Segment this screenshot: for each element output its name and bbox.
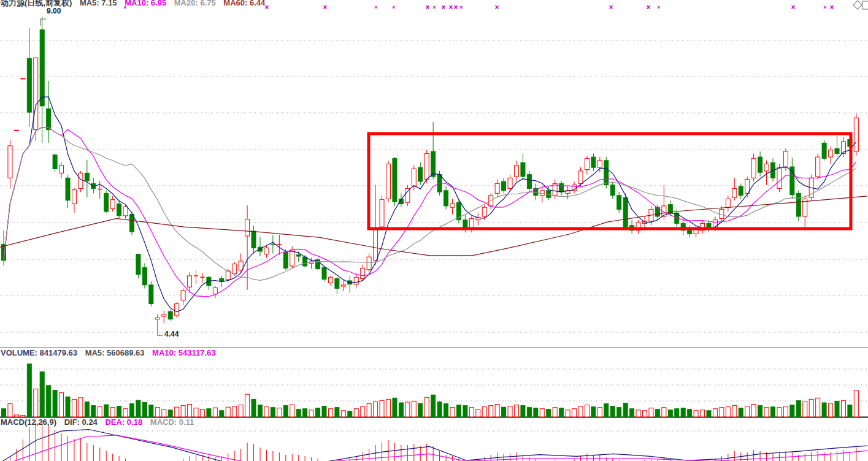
volume-bar: [220, 411, 224, 417]
marker-x-icon: ×: [646, 3, 650, 12]
volume-bar: [617, 408, 621, 417]
volume-bar: [8, 404, 12, 417]
candle-body: [245, 219, 250, 236]
volume-bar: [168, 410, 172, 417]
volume-bar: [437, 402, 442, 417]
volume-bar: [40, 371, 44, 417]
candle-body: [264, 248, 269, 254]
candle-body: [527, 175, 531, 189]
volume-bar: [822, 403, 826, 417]
candle-body: [450, 204, 455, 207]
volume-bar: [252, 399, 256, 417]
candle-body: [380, 200, 384, 227]
volume-bar: [636, 410, 640, 417]
candle-body: [130, 215, 134, 232]
candle-body: [232, 264, 237, 274]
volume-bar: [835, 401, 839, 417]
volume-bar: [764, 408, 769, 417]
stock-chart-app: ×××××××××××××××××× 动力源(日线,前复权) MA5: 7.15…: [0, 0, 868, 461]
volume-bar: [630, 409, 634, 417]
volume-bar: [136, 400, 140, 417]
candle-body: [393, 158, 397, 202]
candle-body: [610, 185, 615, 196]
volume-bar: [816, 398, 820, 417]
marker-x-icon: ×: [453, 3, 458, 12]
volume-bar: [380, 400, 384, 417]
macd-header: MACD(12,26,9) DIF: 0.24 DEA: 0.18 MACD: …: [1, 417, 199, 427]
volume-bar: [739, 408, 743, 417]
volume-bar: [713, 409, 717, 417]
candle-body: [155, 318, 159, 319]
candle-body: [104, 193, 109, 211]
volume-bar: [258, 405, 263, 417]
volume-bar: [534, 408, 538, 417]
volume-bar: [771, 407, 775, 417]
candle-body: [361, 268, 365, 278]
volume-bar: [668, 410, 672, 417]
candle-body: [835, 148, 839, 153]
volume-header: VOLUME: 841479.63 MA5: 560689.63 MA10: 5…: [1, 348, 221, 357]
volume-bar: [123, 409, 128, 417]
volume-bar: [643, 411, 647, 417]
volume-bar: [188, 405, 192, 417]
volume-bar: [393, 398, 397, 417]
window-box-icon: [862, 1, 868, 9]
volume-bar: [412, 401, 416, 417]
volume-bar: [296, 410, 301, 417]
volume-bar: [322, 406, 326, 417]
marker-x-icon: ×: [609, 3, 613, 12]
volume-bar: [361, 406, 365, 417]
candle-body: [796, 193, 801, 216]
candle-body: [328, 277, 332, 283]
candle-body: [149, 285, 153, 304]
candle-body: [604, 161, 609, 185]
candle-body: [175, 304, 179, 316]
volume-bar: [444, 404, 448, 417]
volume-bar: [47, 386, 51, 417]
main-chart-panel[interactable]: [0, 17, 868, 336]
volume-bar: [367, 404, 371, 417]
volume-bar: [745, 406, 750, 417]
candle-body: [822, 143, 826, 158]
macd-panel[interactable]: [0, 421, 868, 461]
candle-body: [8, 146, 12, 178]
volume-bar: [456, 405, 461, 417]
volume-bar: [508, 406, 512, 417]
volume-bar: [175, 407, 179, 417]
volume-bar: [758, 406, 762, 417]
volume-bar: [181, 406, 185, 417]
stock-title: 动力源(日线,前复权): [1, 0, 72, 7]
volume-bar: [341, 411, 345, 417]
candle-body: [213, 288, 217, 294]
candle-body: [168, 311, 172, 319]
volume-bar: [316, 408, 320, 417]
volume-panel[interactable]: [0, 348, 868, 417]
volume-bar: [732, 406, 737, 417]
volume-bar: [53, 391, 57, 417]
candle-body: [495, 183, 499, 193]
volume-bar: [232, 406, 237, 417]
volume-bar: [117, 406, 121, 417]
marker-x-icon: ×: [425, 3, 429, 12]
volume-bar: [264, 407, 269, 417]
volume-bar: [604, 404, 609, 417]
candle-body: [758, 157, 762, 172]
ma10-line: [4, 128, 856, 297]
volume-bar: [142, 402, 147, 417]
candle-body: [239, 261, 243, 270]
candle-body: [283, 252, 288, 268]
volume-bar: [655, 410, 659, 417]
candle-body: [585, 158, 589, 169]
candle-body: [412, 169, 416, 186]
chart-canvas[interactable]: ××××××××××××××××××: [0, 0, 868, 461]
ma5-value: MA5: 7.15: [80, 0, 117, 7]
volume-bar: [469, 408, 474, 417]
volume-bar: [809, 399, 813, 417]
volume-bar: [424, 397, 429, 417]
volume-bar: [110, 408, 115, 417]
volume-bar: [489, 406, 493, 417]
volume-bar: [547, 410, 551, 417]
candle-body: [739, 186, 743, 196]
volume-bar: [72, 399, 76, 417]
volume-bar: [431, 395, 436, 417]
